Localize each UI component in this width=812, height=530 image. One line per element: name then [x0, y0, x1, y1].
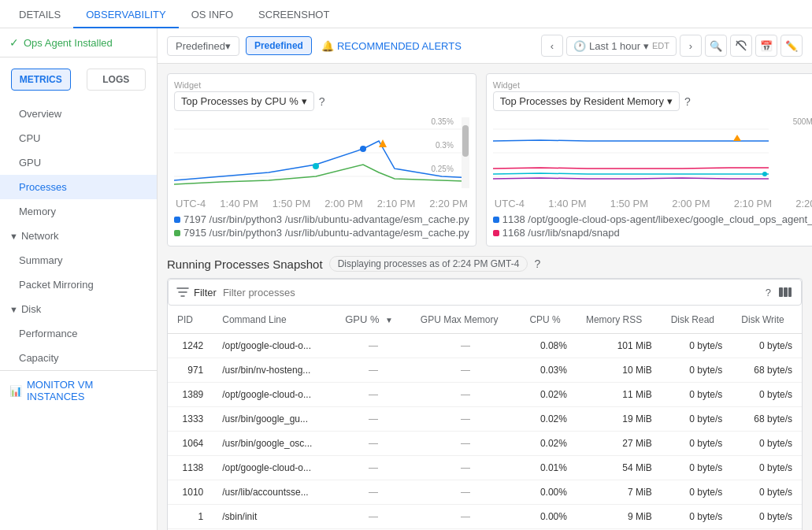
cell-cmd: /sbin/init [213, 505, 336, 529]
mem-legend-text-1: 1168 /usr/lib/snapd/snapd [502, 227, 620, 239]
sidebar-item-overview[interactable]: Overview [0, 102, 157, 126]
sidebar-item-performance[interactable]: Performance [0, 321, 157, 346]
tab-os-info[interactable]: OS INFO [179, 2, 246, 28]
th-gpu[interactable]: GPU % ▼ [336, 306, 411, 334]
mem-x-0: UTC-4 [495, 198, 525, 209]
cell-cmd: /usr/bin/google_gu... [213, 407, 336, 432]
mem-x-4: 2:10 PM [734, 198, 772, 209]
mem-legend-text-0: 1138 /opt/google-cloud-ops-agent/libexec… [502, 213, 812, 225]
cell-cpu: 0.02% [520, 432, 577, 456]
cell-cmd: /usr/bin/google_osc... [213, 432, 336, 456]
th-cpu: CPU % [520, 306, 577, 334]
columns-icon[interactable] [777, 284, 793, 300]
recommended-alerts-label: RECOMMENDED ALERTS [337, 40, 462, 52]
sidebar-group-disk[interactable]: ▼ Disk [0, 297, 157, 321]
widget-memory: Widget Top Processes by Resident Memory … [486, 73, 812, 246]
cell-mem: 27 MiB [577, 432, 662, 456]
th-disk-w: Disk Write [732, 306, 802, 334]
sidebar-item-cpu[interactable]: CPU [0, 126, 157, 150]
tab-screenshot[interactable]: SCREENSHOT [246, 2, 342, 28]
cell-disk-r: 0 byte/s [662, 334, 732, 358]
processes-header: Running Processes Snapshot Displaying pr… [167, 256, 803, 272]
cell-disk-r: 0 byte/s [662, 358, 732, 383]
cell-disk-w: 0 byte/s [732, 505, 802, 529]
processes-title: Running Processes Snapshot [167, 258, 323, 271]
calendar-icon[interactable]: 📅 [755, 35, 777, 57]
cell-mem: 9 MiB [577, 505, 662, 529]
processes-table: PID Command Line GPU % ▼ GPU Max Memory … [168, 306, 802, 530]
cpu-x-labels: UTC-4 1:40 PM 1:50 PM 2:00 PM 2:10 PM 2:… [174, 198, 469, 209]
sort-icon: ▼ [385, 316, 393, 324]
metrics-button[interactable]: METRICS [11, 69, 71, 91]
table-header-row: PID Command Line GPU % ▼ GPU Max Memory … [168, 306, 802, 334]
sidebar-item-processes[interactable]: Processes [0, 175, 157, 199]
edit-icon[interactable]: ✏️ [780, 35, 803, 57]
cell-cmd: /opt/google-cloud-o... [213, 383, 336, 407]
sidebar-group-network[interactable]: ▼ Network [0, 224, 157, 248]
time-range-btn[interactable]: 🕐 Last 1 hour ▾ EDT [566, 36, 677, 56]
sidebar: ✓ Ops Agent Installed METRICS LOGS Overv… [0, 28, 158, 530]
timezone-label: EDT [652, 41, 669, 50]
tab-observability[interactable]: OBSERVABILITY [73, 2, 178, 28]
processes-help-icon[interactable]: ? [534, 258, 540, 270]
svg-point-11 [762, 172, 767, 176]
sidebar-item-capacity[interactable]: Capacity [0, 346, 157, 370]
nav-prev-icon[interactable]: ‹ [541, 35, 563, 57]
th-mem: Memory RSS [577, 306, 662, 334]
cell-gpu-max: — [411, 358, 521, 383]
cpu-legend-item-1: 7915 /usr/bin/python3 /usr/lib/ubuntu-ad… [174, 226, 469, 239]
sidebar-item-packet-mirroring[interactable]: Packet Mirroring [0, 272, 157, 297]
cpu-legend-item-0: 7197 /usr/bin/python3 /usr/lib/ubuntu-ad… [174, 213, 469, 226]
cpu-x-5: 2:20 PM [429, 198, 467, 209]
cell-gpu: — [336, 432, 411, 456]
table-row: 1389 /opt/google-cloud-o... — — 0.02% 11… [168, 383, 802, 407]
disk-label: Disk [21, 303, 41, 315]
mem-x-3: 2:00 PM [672, 198, 710, 209]
processes-section: Running Processes Snapshot Displaying pr… [158, 256, 812, 530]
predefined-active-btn[interactable]: Predefined [246, 36, 312, 55]
nav-next-icon[interactable]: › [680, 35, 702, 57]
predefined-dropdown[interactable]: Predefined ▾ [167, 36, 239, 56]
widget-cpu-help-icon[interactable]: ? [319, 95, 325, 108]
cell-cpu: 0.02% [520, 383, 577, 407]
time-label: Last 1 hour [589, 40, 640, 52]
search-icon[interactable]: 🔍 [705, 35, 727, 57]
widget-cpu-title-select[interactable]: Top Processes by CPU % ▾ [174, 91, 314, 111]
widget-mem-help-icon[interactable]: ? [684, 95, 691, 108]
filter-help-icon[interactable]: ? [766, 287, 771, 298]
cell-gpu: — [336, 334, 411, 358]
tab-details[interactable]: DETAILS [6, 2, 73, 28]
cell-cmd: /opt/google-cloud-o... [213, 456, 336, 480]
filter-input[interactable] [223, 287, 766, 298]
widgets-row: Widget Top Processes by CPU % ▾ ? 0.35% … [158, 64, 812, 256]
widget-mem-title-select[interactable]: Top Processes by Resident Memory ▾ [493, 91, 680, 111]
recommended-alerts-link[interactable]: 🔔 RECOMMENDED ALERTS [321, 40, 462, 52]
cell-disk-r: 0 byte/s [662, 432, 732, 456]
filter-right: ? [766, 284, 793, 300]
cell-cpu: 0.02% [520, 407, 577, 432]
widget-cpu-title: Top Processes by CPU % [181, 95, 298, 107]
cell-gpu-max: — [411, 505, 521, 529]
cell-mem: 54 MiB [577, 456, 662, 480]
th-disk-r: Disk Read [662, 306, 732, 334]
mem-legend-dot-1 [493, 230, 499, 236]
monitor-vm-instances-button[interactable]: 📊 MONITOR VM INSTANCES [0, 370, 157, 410]
table-row: 1064 /usr/bin/google_osc... — — 0.02% 27… [168, 432, 802, 456]
sidebar-item-summary[interactable]: Summary [0, 248, 157, 272]
cell-disk-w: 0 byte/s [732, 432, 802, 456]
th-cmd: Command Line [213, 306, 336, 334]
mem-legend-dot-0 [493, 217, 499, 223]
cell-disk-w: 0 byte/s [732, 456, 802, 480]
network-arrow-icon: ▼ [9, 232, 18, 241]
cell-mem: 11 MiB [577, 383, 662, 407]
toolbar: Predefined ▾ Predefined 🔔 RECOMMENDED AL… [158, 28, 812, 64]
cell-disk-r: 0 byte/s [662, 480, 732, 505]
no-alert-icon[interactable] [730, 35, 752, 57]
predefined-arrow-icon: ▾ [225, 40, 231, 52]
sidebar-item-memory[interactable]: Memory [0, 199, 157, 224]
time-arrow-icon: ▾ [643, 40, 649, 52]
logs-button[interactable]: LOGS [87, 69, 146, 91]
agent-status: ✓ Ops Agent Installed [0, 28, 157, 57]
sidebar-item-gpu[interactable]: GPU [0, 150, 157, 175]
cpu-chart-scrollbar[interactable] [462, 117, 469, 188]
